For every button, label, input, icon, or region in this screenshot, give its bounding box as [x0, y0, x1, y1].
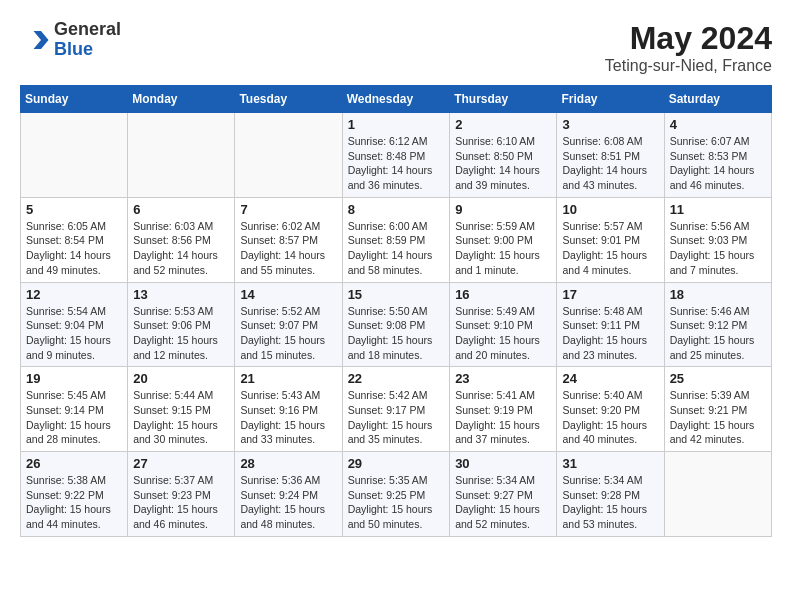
day-info: Sunrise: 6:12 AM Sunset: 8:48 PM Dayligh…: [348, 134, 445, 193]
month-title: May 2024: [605, 20, 772, 57]
day-info: Sunrise: 6:07 AM Sunset: 8:53 PM Dayligh…: [670, 134, 766, 193]
day-info: Sunrise: 5:45 AM Sunset: 9:14 PM Dayligh…: [26, 388, 122, 447]
day-number: 1: [348, 117, 445, 132]
day-number: 10: [562, 202, 658, 217]
calendar-cell-2-3: 15Sunrise: 5:50 AM Sunset: 9:08 PM Dayli…: [342, 282, 450, 367]
day-number: 25: [670, 371, 766, 386]
day-info: Sunrise: 6:03 AM Sunset: 8:56 PM Dayligh…: [133, 219, 229, 278]
day-number: 12: [26, 287, 122, 302]
day-info: Sunrise: 6:02 AM Sunset: 8:57 PM Dayligh…: [240, 219, 336, 278]
page-header: General Blue May 2024 Teting-sur-Nied, F…: [20, 20, 772, 75]
day-info: Sunrise: 5:59 AM Sunset: 9:00 PM Dayligh…: [455, 219, 551, 278]
location-title: Teting-sur-Nied, France: [605, 57, 772, 75]
calendar-cell-1-2: 7Sunrise: 6:02 AM Sunset: 8:57 PM Daylig…: [235, 197, 342, 282]
calendar-cell-1-3: 8Sunrise: 6:00 AM Sunset: 8:59 PM Daylig…: [342, 197, 450, 282]
day-number: 17: [562, 287, 658, 302]
day-number: 9: [455, 202, 551, 217]
day-number: 24: [562, 371, 658, 386]
calendar-cell-3-1: 20Sunrise: 5:44 AM Sunset: 9:15 PM Dayli…: [128, 367, 235, 452]
calendar-cell-0-6: 4Sunrise: 6:07 AM Sunset: 8:53 PM Daylig…: [664, 113, 771, 198]
logo: General Blue: [20, 20, 121, 60]
day-number: 7: [240, 202, 336, 217]
calendar-cell-4-2: 28Sunrise: 5:36 AM Sunset: 9:24 PM Dayli…: [235, 452, 342, 537]
calendar-cell-3-6: 25Sunrise: 5:39 AM Sunset: 9:21 PM Dayli…: [664, 367, 771, 452]
calendar-cell-3-5: 24Sunrise: 5:40 AM Sunset: 9:20 PM Dayli…: [557, 367, 664, 452]
day-number: 26: [26, 456, 122, 471]
day-info: Sunrise: 5:50 AM Sunset: 9:08 PM Dayligh…: [348, 304, 445, 363]
day-info: Sunrise: 5:54 AM Sunset: 9:04 PM Dayligh…: [26, 304, 122, 363]
calendar-table: Sunday Monday Tuesday Wednesday Thursday…: [20, 85, 772, 537]
col-sunday: Sunday: [21, 86, 128, 113]
day-number: 20: [133, 371, 229, 386]
calendar-cell-4-1: 27Sunrise: 5:37 AM Sunset: 9:23 PM Dayli…: [128, 452, 235, 537]
col-monday: Monday: [128, 86, 235, 113]
calendar-cell-0-1: [128, 113, 235, 198]
day-info: Sunrise: 6:08 AM Sunset: 8:51 PM Dayligh…: [562, 134, 658, 193]
calendar-header-row: Sunday Monday Tuesday Wednesday Thursday…: [21, 86, 772, 113]
calendar-cell-4-3: 29Sunrise: 5:35 AM Sunset: 9:25 PM Dayli…: [342, 452, 450, 537]
day-number: 19: [26, 371, 122, 386]
day-info: Sunrise: 5:36 AM Sunset: 9:24 PM Dayligh…: [240, 473, 336, 532]
col-tuesday: Tuesday: [235, 86, 342, 113]
day-info: Sunrise: 5:34 AM Sunset: 9:28 PM Dayligh…: [562, 473, 658, 532]
calendar-cell-0-2: [235, 113, 342, 198]
day-number: 5: [26, 202, 122, 217]
day-number: 18: [670, 287, 766, 302]
day-info: Sunrise: 5:53 AM Sunset: 9:06 PM Dayligh…: [133, 304, 229, 363]
day-info: Sunrise: 5:35 AM Sunset: 9:25 PM Dayligh…: [348, 473, 445, 532]
day-info: Sunrise: 5:41 AM Sunset: 9:19 PM Dayligh…: [455, 388, 551, 447]
day-number: 13: [133, 287, 229, 302]
day-info: Sunrise: 6:05 AM Sunset: 8:54 PM Dayligh…: [26, 219, 122, 278]
day-number: 21: [240, 371, 336, 386]
col-saturday: Saturday: [664, 86, 771, 113]
logo-blue-text: Blue: [54, 40, 121, 60]
day-number: 14: [240, 287, 336, 302]
day-info: Sunrise: 5:56 AM Sunset: 9:03 PM Dayligh…: [670, 219, 766, 278]
day-number: 16: [455, 287, 551, 302]
calendar-cell-2-1: 13Sunrise: 5:53 AM Sunset: 9:06 PM Dayli…: [128, 282, 235, 367]
day-info: Sunrise: 5:46 AM Sunset: 9:12 PM Dayligh…: [670, 304, 766, 363]
calendar-cell-4-6: [664, 452, 771, 537]
calendar-cell-1-4: 9Sunrise: 5:59 AM Sunset: 9:00 PM Daylig…: [450, 197, 557, 282]
calendar-cell-2-5: 17Sunrise: 5:48 AM Sunset: 9:11 PM Dayli…: [557, 282, 664, 367]
calendar-week-3: 19Sunrise: 5:45 AM Sunset: 9:14 PM Dayli…: [21, 367, 772, 452]
day-info: Sunrise: 5:42 AM Sunset: 9:17 PM Dayligh…: [348, 388, 445, 447]
calendar-cell-1-6: 11Sunrise: 5:56 AM Sunset: 9:03 PM Dayli…: [664, 197, 771, 282]
calendar-week-1: 5Sunrise: 6:05 AM Sunset: 8:54 PM Daylig…: [21, 197, 772, 282]
calendar-cell-1-1: 6Sunrise: 6:03 AM Sunset: 8:56 PM Daylig…: [128, 197, 235, 282]
day-number: 3: [562, 117, 658, 132]
day-info: Sunrise: 5:40 AM Sunset: 9:20 PM Dayligh…: [562, 388, 658, 447]
calendar-cell-4-4: 30Sunrise: 5:34 AM Sunset: 9:27 PM Dayli…: [450, 452, 557, 537]
calendar-cell-4-5: 31Sunrise: 5:34 AM Sunset: 9:28 PM Dayli…: [557, 452, 664, 537]
day-number: 23: [455, 371, 551, 386]
day-info: Sunrise: 5:52 AM Sunset: 9:07 PM Dayligh…: [240, 304, 336, 363]
day-number: 8: [348, 202, 445, 217]
calendar-cell-2-6: 18Sunrise: 5:46 AM Sunset: 9:12 PM Dayli…: [664, 282, 771, 367]
day-number: 31: [562, 456, 658, 471]
day-number: 30: [455, 456, 551, 471]
day-number: 15: [348, 287, 445, 302]
col-friday: Friday: [557, 86, 664, 113]
day-number: 28: [240, 456, 336, 471]
day-number: 4: [670, 117, 766, 132]
day-number: 11: [670, 202, 766, 217]
day-info: Sunrise: 6:10 AM Sunset: 8:50 PM Dayligh…: [455, 134, 551, 193]
calendar-week-4: 26Sunrise: 5:38 AM Sunset: 9:22 PM Dayli…: [21, 452, 772, 537]
calendar-week-2: 12Sunrise: 5:54 AM Sunset: 9:04 PM Dayli…: [21, 282, 772, 367]
calendar-cell-2-0: 12Sunrise: 5:54 AM Sunset: 9:04 PM Dayli…: [21, 282, 128, 367]
title-block: May 2024 Teting-sur-Nied, France: [605, 20, 772, 75]
calendar-cell-1-5: 10Sunrise: 5:57 AM Sunset: 9:01 PM Dayli…: [557, 197, 664, 282]
day-number: 22: [348, 371, 445, 386]
calendar-cell-0-4: 2Sunrise: 6:10 AM Sunset: 8:50 PM Daylig…: [450, 113, 557, 198]
logo-text: General Blue: [54, 20, 121, 60]
col-wednesday: Wednesday: [342, 86, 450, 113]
day-number: 29: [348, 456, 445, 471]
day-number: 27: [133, 456, 229, 471]
svg-marker-0: [34, 31, 49, 49]
calendar-cell-1-0: 5Sunrise: 6:05 AM Sunset: 8:54 PM Daylig…: [21, 197, 128, 282]
day-number: 2: [455, 117, 551, 132]
day-info: Sunrise: 5:38 AM Sunset: 9:22 PM Dayligh…: [26, 473, 122, 532]
col-thursday: Thursday: [450, 86, 557, 113]
day-info: Sunrise: 5:44 AM Sunset: 9:15 PM Dayligh…: [133, 388, 229, 447]
day-info: Sunrise: 5:34 AM Sunset: 9:27 PM Dayligh…: [455, 473, 551, 532]
